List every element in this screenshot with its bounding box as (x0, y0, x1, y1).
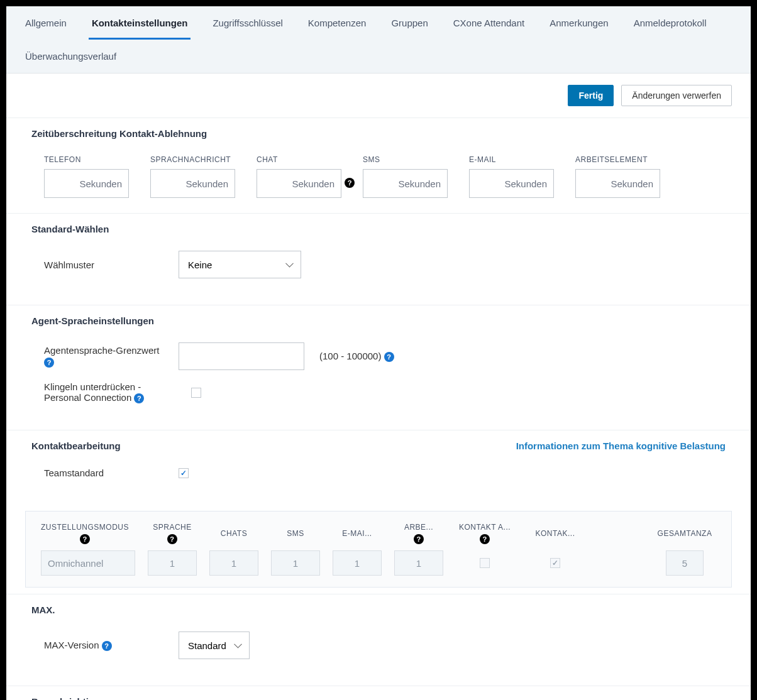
label-email: E-MAIL (469, 155, 554, 164)
section-max: MAX. MAX-Version ? Standard (6, 594, 751, 686)
tab-access-keys[interactable]: Zugriffsschlüssel (200, 6, 295, 40)
header-delivery-mode: ZUSTELLUNGSMODUS ? (41, 523, 129, 544)
help-icon[interactable]: ? (102, 641, 112, 651)
input-sms-count (271, 550, 320, 576)
help-icon[interactable]: ? (134, 393, 144, 403)
input-sms-timeout[interactable] (363, 169, 448, 198)
input-total-count (666, 550, 704, 576)
section-notifications-title: Benachrichtigungen (6, 686, 751, 700)
tab-contact-settings[interactable]: Kontakteinstellungen (79, 6, 201, 40)
tab-groups[interactable]: Gruppen (378, 6, 440, 40)
label-sms: SMS (363, 155, 448, 164)
input-delivery-mode (41, 550, 135, 576)
input-workitem-timeout[interactable] (575, 169, 660, 198)
label-voicemail: SPRACHNACHRICHT (150, 155, 235, 164)
input-email-count (333, 550, 382, 576)
link-cognitive-load[interactable]: Informationen zum Thema kognitive Belast… (516, 440, 726, 451)
tab-notes[interactable]: Anmerkungen (537, 6, 621, 40)
done-button[interactable]: Fertig (568, 85, 614, 106)
section-contact-handling-title: Kontaktbearbeitung (31, 440, 121, 451)
section-max-title: MAX. (6, 594, 751, 625)
label-chat: CHAT (257, 155, 341, 164)
tab-cxone-attendant[interactable]: CXone Attendant (441, 6, 537, 40)
tab-bar: Allgemein Kontakteinstellungen Zugriffss… (6, 6, 751, 74)
section-timeout-title: Zeitüberschreitung Kontakt-Ablehnung (6, 118, 751, 149)
header-contact-a: KONTAKT A... ? (459, 523, 511, 544)
help-icon[interactable]: ? (80, 534, 90, 544)
content: Zeitüberschreitung Kontakt-Ablehnung TEL… (6, 118, 751, 700)
input-phone-timeout[interactable] (44, 169, 129, 198)
tab-login-log[interactable]: Anmeldeprotokoll (621, 6, 719, 40)
label-max-version: MAX-Version ? (44, 640, 163, 651)
checkbox-kontak (550, 558, 560, 568)
tab-monitoring-history[interactable]: Überwachungsverlauf (13, 40, 129, 73)
help-icon[interactable]: ? (167, 534, 177, 544)
section-agent-voice-title: Agent-Spracheinstellungen (6, 305, 751, 336)
discard-button[interactable]: Änderungen verwerfen (621, 85, 732, 106)
input-email-timeout[interactable] (469, 169, 554, 198)
header-total: GESAMTANZA (658, 523, 712, 544)
checkbox-team-default[interactable] (179, 468, 189, 478)
header-voice: SPRACHE ? (153, 523, 192, 544)
timeout-row: TELEFON SPRACHNACHRICHT CHAT ? SMS (44, 155, 726, 198)
delivery-mode-panel: ZUSTELLUNGSMODUS ? SPRACHE ? CHATS (25, 511, 732, 588)
label-dial-pattern: Wählmuster (44, 260, 163, 270)
section-contact-handling: Kontaktbearbeitung Informationen zum The… (6, 430, 751, 588)
help-icon[interactable]: ? (384, 352, 394, 362)
section-default-dial-title: Standard-Wählen (6, 214, 751, 244)
section-timeout: Zeitüberschreitung Kontakt-Ablehnung TEL… (6, 118, 751, 213)
section-agent-voice: Agent-Spracheinstellungen Agentensprache… (6, 305, 751, 430)
label-suppress-ring: Klingeln unterdrücken - Personal Connect… (44, 381, 176, 403)
label-phone: TELEFON (44, 155, 129, 164)
input-chat-timeout[interactable] (257, 169, 341, 198)
input-voice-threshold[interactable] (179, 342, 304, 370)
label-workitem: ARBEITSELEMENT (575, 155, 660, 164)
action-bar: Fertig Änderungen verwerfen (6, 74, 751, 118)
input-voicemail-timeout[interactable] (150, 169, 235, 198)
tab-skills[interactable]: Kompetenzen (296, 6, 379, 40)
help-icon[interactable]: ? (345, 178, 355, 188)
header-chats: CHATS (221, 523, 247, 544)
select-dial-pattern[interactable]: Keine (179, 251, 301, 278)
help-icon[interactable]: ? (480, 534, 490, 544)
checkbox-contact-auto (480, 558, 490, 568)
select-max-version[interactable]: Standard (179, 632, 250, 659)
tab-general[interactable]: Allgemein (13, 6, 79, 40)
header-sms: SMS (287, 523, 304, 544)
label-team-default: Teamstandard (44, 468, 163, 478)
header-email: E-MAI... (342, 523, 372, 544)
checkbox-suppress-ring[interactable] (191, 388, 201, 398)
help-icon[interactable]: ? (44, 358, 54, 368)
section-default-dial: Standard-Wählen Wählmuster Keine (6, 213, 751, 305)
help-icon[interactable]: ? (414, 534, 424, 544)
input-work-count (394, 550, 443, 576)
header-kontak: KONTAK... (536, 523, 575, 544)
input-chats-count (209, 550, 258, 576)
label-voice-threshold: Agentensprache-Grenzwert ? (44, 345, 163, 367)
header-work: ARBE... ? (404, 523, 433, 544)
section-notifications: Benachrichtigungen (6, 686, 751, 700)
hint-range: (100 - 100000) ? (319, 351, 394, 362)
app-container: Allgemein Kontakteinstellungen Zugriffss… (6, 6, 751, 700)
input-voice-count (148, 550, 197, 576)
